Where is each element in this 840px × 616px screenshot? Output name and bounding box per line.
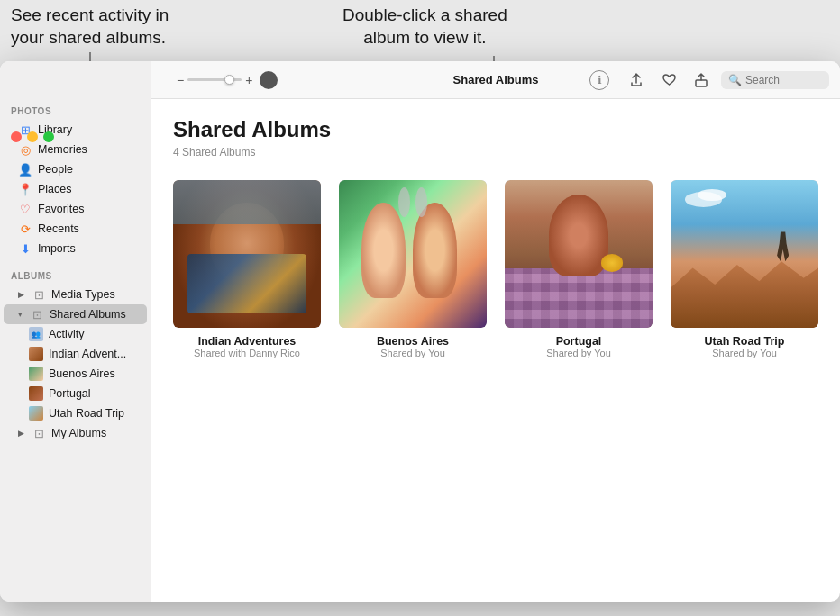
album-sub-utah: Shared by You — [712, 348, 777, 358]
sidebar-item-utah-label: Utah Road Trip — [49, 407, 124, 420]
sidebar-item-people-label: People — [38, 163, 73, 176]
memories-icon: ◎ — [18, 142, 32, 157]
album-sub-portugal: Shared by You — [546, 348, 611, 358]
sidebar-item-indian-adventures[interactable]: Indian Advent... — [4, 344, 147, 364]
sidebar-item-memories[interactable]: ◎ Memories — [4, 140, 147, 159]
zoom-out-button[interactable]: − — [177, 73, 184, 87]
people-icon: 👤 — [18, 162, 32, 177]
album-item-buenos[interactable]: Buenos Aires Shared by You — [339, 180, 487, 358]
album-name-portugal: Portugal — [556, 335, 602, 348]
sidebar-item-my-albums-label: My Albums — [51, 427, 106, 439]
info-button[interactable]: ℹ — [589, 70, 609, 90]
maximize-button[interactable] — [43, 131, 54, 142]
sidebar-item-indian-label: Indian Advent... — [49, 348, 126, 360]
zoom-thumb — [224, 75, 234, 85]
album-sub-buenos: Shared by You — [380, 348, 445, 358]
main-content: − + Shared Albums ℹ — [151, 61, 840, 602]
annotation-top-left: See recent activity in your shared album… — [11, 5, 169, 49]
heart-icon — [662, 74, 676, 86]
media-types-icon: ⊡ — [32, 287, 46, 302]
expand-shared-albums-icon: ▾ — [18, 310, 23, 319]
shared-albums-icon: ⊡ — [30, 307, 44, 322]
sidebar-item-recents-label: Recents — [38, 222, 79, 235]
zoom-controls: − + — [177, 71, 278, 89]
sidebar-item-my-albums[interactable]: ▶ ⊡ My Albums — [4, 423, 147, 443]
album-item-indian[interactable]: Indian Adventures Shared with Danny Rico — [173, 180, 321, 358]
sidebar-item-memories-label: Memories — [38, 143, 87, 156]
album-name-utah: Utah Road Trip — [705, 335, 785, 348]
album-thumb-buenos — [339, 180, 487, 328]
window-controls — [11, 131, 54, 142]
sidebar-item-buenos-label: Buenos Aires — [49, 367, 115, 380]
zoom-circle — [260, 71, 278, 89]
zoom-in-button[interactable]: + — [245, 73, 252, 87]
places-icon: 📍 — [18, 182, 32, 196]
sidebar-item-portugal-label: Portugal — [49, 387, 91, 400]
share-button[interactable] — [624, 68, 649, 93]
portugal-thumb-icon — [29, 386, 43, 401]
recents-icon: ⟳ — [18, 222, 32, 236]
sidebar: Photos ⊞ Library ◎ Memories 👤 People 📍 P… — [0, 61, 151, 602]
album-item-utah[interactable]: Utah Road Trip Shared by You — [671, 180, 818, 358]
sidebar-item-people[interactable]: 👤 People — [4, 159, 147, 179]
album-item-portugal[interactable]: Portugal Shared by You — [505, 180, 653, 358]
albums-section-label: Albums — [0, 264, 151, 285]
content-area: Shared Albums 4 Shared Albums — [151, 99, 840, 602]
sidebar-item-utah[interactable]: Utah Road Trip — [4, 403, 147, 423]
sidebar-item-favorites[interactable]: ♡ Favorites — [4, 199, 147, 219]
my-albums-icon: ⊡ — [32, 426, 46, 440]
favorites-icon: ♡ — [18, 202, 32, 216]
sidebar-item-activity-label: Activity — [49, 328, 85, 340]
activity-thumb-icon: 👥 — [29, 327, 43, 341]
album-count: 4 Shared Albums — [173, 146, 818, 159]
album-thumb-utah — [671, 180, 818, 328]
share-icon — [630, 73, 643, 87]
sidebar-item-activity[interactable]: 👥 Activity — [4, 324, 147, 344]
sidebar-item-shared-albums[interactable]: ▾ ⊡ Shared Albums — [4, 304, 147, 324]
search-input[interactable] — [745, 74, 817, 86]
album-name-buenos: Buenos Aires — [377, 335, 449, 348]
sidebar-item-favorites-label: Favorites — [38, 203, 84, 215]
search-icon: 🔍 — [728, 74, 742, 86]
close-button[interactable] — [11, 131, 22, 142]
utah-thumb-icon — [29, 406, 43, 421]
export-icon — [695, 73, 708, 87]
main-window: Photos ⊞ Library ◎ Memories 👤 People 📍 P… — [0, 61, 840, 602]
page-title: Shared Albums — [173, 117, 818, 142]
indian-thumb-icon — [29, 347, 43, 361]
favorite-button[interactable] — [656, 68, 681, 93]
svg-rect-4 — [696, 80, 707, 86]
minimize-button[interactable] — [27, 131, 38, 142]
sidebar-item-recents[interactable]: ⟳ Recents — [4, 219, 147, 239]
album-name-indian: Indian Adventures — [198, 335, 297, 348]
zoom-slider[interactable] — [187, 78, 242, 81]
album-thumb-portugal — [505, 180, 653, 328]
search-box[interactable]: 🔍 — [721, 71, 829, 89]
sidebar-item-imports[interactable]: ⬇ Imports — [4, 239, 147, 258]
toolbar-title: Shared Albums — [453, 73, 539, 86]
sidebar-item-media-types[interactable]: ▶ ⊡ Media Types — [4, 285, 147, 304]
sidebar-item-places-label: Places — [38, 183, 72, 195]
toolbar-actions: ℹ 🔍 — [589, 68, 829, 93]
imports-icon: ⬇ — [18, 241, 32, 256]
album-sub-indian: Shared with Danny Rico — [194, 348, 300, 358]
sidebar-item-shared-albums-label: Shared Albums — [50, 308, 126, 321]
album-thumb-indian — [173, 180, 321, 328]
buenos-thumb-icon — [29, 367, 43, 381]
expand-media-types-icon: ▶ — [18, 290, 24, 299]
export-button[interactable] — [689, 68, 714, 93]
sidebar-item-portugal[interactable]: Portugal — [4, 384, 147, 403]
albums-grid: Indian Adventures Shared with Danny Rico — [173, 180, 818, 358]
annotation-top-right: Double-click a shared album to view it. — [342, 5, 507, 49]
sidebar-item-places[interactable]: 📍 Places — [4, 179, 147, 199]
sidebar-item-imports-label: Imports — [38, 242, 76, 255]
title-bar: − + Shared Albums ℹ — [151, 61, 840, 99]
expand-my-albums-icon: ▶ — [18, 429, 24, 438]
sidebar-item-media-types-label: Media Types — [51, 288, 115, 301]
photos-section-label: Photos — [0, 99, 151, 120]
sidebar-item-buenos-aires[interactable]: Buenos Aires — [4, 364, 147, 384]
